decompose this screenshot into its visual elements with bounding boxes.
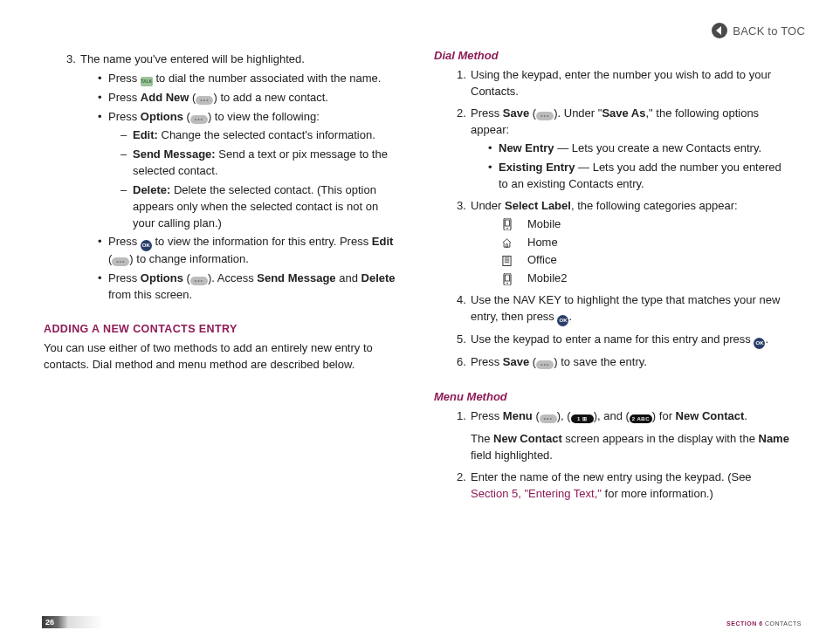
heading-menu-method: Menu Method xyxy=(434,390,789,403)
label-home-text: Home xyxy=(527,235,558,251)
menu-step-1: 1. Press Menu (•••), (1 ⊞), and (2 ABC) … xyxy=(457,408,789,465)
page-number: 26 xyxy=(42,616,68,628)
bullet-options-2: Press Options (•••). Access Send Message… xyxy=(98,271,399,304)
label-home: Home xyxy=(502,235,789,251)
mobile-icon xyxy=(502,219,512,230)
dash-delete: Delete: Delete the selected contact. (Th… xyxy=(120,182,399,232)
bullet-ok-edit: Press OK to view the information for thi… xyxy=(98,234,399,268)
dial-step-1: 1. Using the keypad, enter the number yo… xyxy=(457,67,789,100)
key-1-icon: 1 ⊞ xyxy=(571,414,594,423)
step-3-text: The name you've entered will be highligh… xyxy=(80,52,305,65)
dial-bullet-new-entry: New Entry — Lets you create a new Contac… xyxy=(488,140,789,157)
talk-key-icon: TALK xyxy=(141,77,153,86)
dial-step-2: 2. Press Save (•••). Under "Save As," th… xyxy=(457,106,789,193)
back-to-toc-label: BACK to TOC xyxy=(733,24,805,38)
page-footer: 26 SECTION 6 CONTACTS xyxy=(0,614,833,628)
dash-send-message: Send Message: Send a text or pix message… xyxy=(120,147,399,180)
softkey-icon: ••• xyxy=(190,277,208,285)
dash-edit: Edit: Change the selected contact's info… xyxy=(120,127,399,144)
ok-key-icon: OK xyxy=(141,240,152,251)
svg-rect-4 xyxy=(506,243,508,246)
bullet-dial: Press TALK to dial the number associated… xyxy=(98,71,399,87)
home-icon xyxy=(502,237,512,249)
softkey-icon: ••• xyxy=(540,414,557,423)
menu-step-1-note: The New Contact screen appears in the di… xyxy=(471,431,789,464)
back-to-toc-link[interactable]: BACK to TOC xyxy=(712,23,805,38)
left-column: 3. The name you've entered will be highl… xyxy=(44,49,399,508)
link-section-5[interactable]: Section 5, xyxy=(471,487,521,500)
key-2-icon: 2 ABC xyxy=(630,414,652,423)
label-office-text: Office xyxy=(527,252,557,269)
label-mobile-text: Mobile xyxy=(527,216,561,233)
mobile2-icon xyxy=(502,273,512,284)
dial-step-3: 3. Under Select Label, the following cat… xyxy=(457,198,789,287)
label-office: Office xyxy=(502,252,789,269)
softkey-icon: ••• xyxy=(536,360,554,369)
adding-contacts-body: You can use either of two methods to add… xyxy=(44,340,399,373)
ok-key-icon: OK xyxy=(557,315,568,326)
heading-dial-method: Dial Method xyxy=(434,49,789,62)
svg-rect-11 xyxy=(505,275,509,281)
dial-bullet-existing-entry: Existing Entry — Lets you add the number… xyxy=(488,160,789,193)
label-mobile2-text: Mobile2 xyxy=(527,271,568,287)
dial-step-5: 5. Use the keypad to enter a name for th… xyxy=(457,332,789,349)
svg-rect-2 xyxy=(505,220,509,226)
menu-step-2: 2. Enter the name of the new entry using… xyxy=(457,469,789,503)
office-icon xyxy=(502,255,512,266)
dial-step-6: 6. Press Save (•••) to save the entry. xyxy=(457,354,789,371)
softkey-icon: ••• xyxy=(112,257,129,266)
link-entering-text[interactable]: "Entering Text," xyxy=(524,487,601,500)
softkey-icon: ••• xyxy=(536,112,554,120)
heading-adding-contacts: ADDING A NEW CONTACTS ENTRY xyxy=(44,323,399,335)
step-3: 3. The name you've entered will be highl… xyxy=(66,51,399,304)
svg-point-12 xyxy=(506,282,508,284)
right-column: Dial Method 1. Using the keypad, enter t… xyxy=(434,49,789,508)
section-label: SECTION 6 CONTACTS xyxy=(726,620,802,627)
svg-point-3 xyxy=(506,228,508,230)
bullet-add-new: Press Add New (•••) to add a new contact… xyxy=(98,90,399,106)
label-mobile: Mobile xyxy=(502,216,789,233)
ok-key-icon: OK xyxy=(754,338,765,349)
softkey-icon: ••• xyxy=(190,115,208,124)
dial-step-4: 4. Use the NAV KEY to highlight the type… xyxy=(457,292,789,326)
back-arrow-icon xyxy=(712,23,727,38)
softkey-icon: ••• xyxy=(196,96,213,105)
label-mobile2: Mobile2 xyxy=(502,271,789,287)
bullet-options: Press Options (•••) to view the followin… xyxy=(98,109,399,232)
